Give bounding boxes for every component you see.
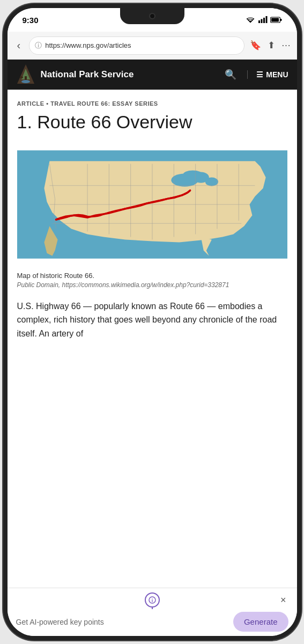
svg-point-16: [183, 170, 202, 179]
browser-bar: ‹ ⓘ https://www.nps.gov/articles 🔖 ⬆ ⋯: [8, 32, 297, 60]
status-time: 9:30: [23, 16, 39, 25]
signal-icon: [258, 16, 268, 24]
ai-bar-bottom: Get AI-powered key points Generate: [8, 610, 297, 636]
camera-notch: [120, 8, 184, 24]
svg-rect-6: [271, 18, 279, 22]
svg-point-11: [20, 76, 23, 78]
ai-sparkle-icon: i: [149, 596, 156, 604]
svg-rect-2: [263, 18, 265, 23]
wifi-icon: [246, 16, 255, 24]
svg-text:i: i: [151, 598, 153, 603]
nps-logo-area[interactable]: National Park Service: [16, 63, 134, 86]
svg-point-15: [205, 177, 218, 186]
ai-close-button[interactable]: ×: [280, 595, 286, 605]
svg-rect-3: [265, 16, 267, 23]
ai-info-icon: i: [145, 592, 160, 608]
ai-bar-top: i ×: [8, 588, 297, 610]
browser-actions: 🔖 ⬆ ⋯: [250, 40, 291, 51]
article-body: U.S. Highway 66 — popularly known as Rou…: [17, 299, 287, 352]
nps-navbar: National Park Service 🔍 ☰ MENU: [8, 60, 297, 90]
ai-label: Get AI-powered key points: [16, 618, 104, 626]
svg-rect-5: [280, 19, 282, 21]
svg-rect-1: [261, 19, 262, 24]
article-category: ARTICLE • TRAVEL ROUTE 66: ESSAY SERIES: [17, 100, 287, 107]
share-icon[interactable]: ⬆: [268, 40, 275, 51]
url-text: https://www.nps.gov/articles: [45, 41, 238, 49]
article-title: 1. Route 66 Overview: [17, 111, 287, 133]
svg-rect-0: [258, 20, 260, 23]
nps-title: National Park Service: [41, 69, 134, 80]
camera-dot: [149, 13, 155, 19]
nps-search-icon[interactable]: 🔍: [225, 69, 236, 80]
more-options-icon[interactable]: ⋯: [281, 40, 291, 51]
url-bar[interactable]: ⓘ https://www.nps.gov/articles: [29, 36, 244, 55]
battery-icon: [270, 17, 282, 23]
nps-nav-right: 🔍 ☰ MENU: [225, 69, 288, 80]
svg-point-10: [21, 80, 30, 83]
nps-menu-button[interactable]: ☰ MENU: [247, 70, 288, 79]
article-content: ARTICLE • TRAVEL ROUTE 66: ESSAY SERIES …: [8, 90, 297, 588]
svg-rect-9: [25, 76, 27, 80]
bookmark-icon[interactable]: 🔖: [250, 40, 261, 51]
ai-bar: i × Get AI-powered key points Generate: [8, 588, 297, 636]
hamburger-icon: ☰: [256, 70, 263, 79]
url-info-icon: ⓘ: [35, 41, 42, 50]
map-attribution: Public Domain, https://commons.wikimedia…: [17, 281, 287, 290]
ai-generate-button[interactable]: Generate: [233, 612, 288, 632]
route66-map: [17, 143, 287, 266]
route66-map-container: [17, 143, 287, 266]
map-caption: Map of historic Route 66.: [17, 272, 287, 280]
status-icons: [246, 16, 282, 24]
back-button[interactable]: ‹: [14, 37, 24, 54]
menu-label: MENU: [266, 70, 288, 79]
nps-arrowhead-icon: [16, 63, 35, 86]
